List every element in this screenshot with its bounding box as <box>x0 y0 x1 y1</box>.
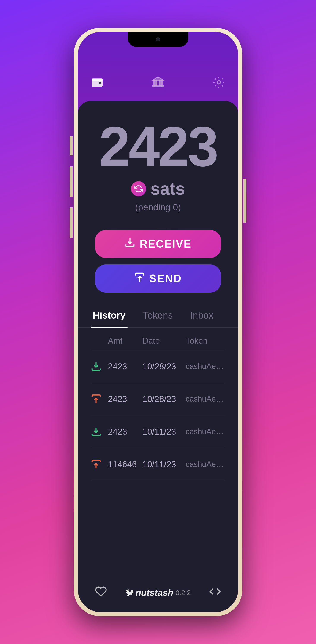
row-amount: 2423 <box>108 362 143 371</box>
row-token: cashuAeyJ0b <box>186 394 225 404</box>
svg-rect-5 <box>156 80 157 86</box>
bottom-footer: 🐿 nutstash 0.2.2 <box>78 573 238 612</box>
wallet-nav-button[interactable] <box>91 76 104 92</box>
pending-text: (pending 0) <box>135 202 181 212</box>
receive-button[interactable]: RECEIVE <box>95 230 221 258</box>
balance-amount: 2423 <box>99 118 217 174</box>
phone-screen: 2423 sats (pending 0) <box>78 32 238 612</box>
notch <box>128 32 188 47</box>
brand-icon: 🐿 <box>125 588 133 598</box>
row-amount: 2423 <box>108 427 143 436</box>
send-row-icon <box>91 459 108 470</box>
history-section: Amt Date Token 2423 10/28/23 <box>78 328 238 573</box>
row-token: cashuAeyJ0b <box>186 460 225 469</box>
main-card: 2423 sats (pending 0) <box>78 101 238 612</box>
heart-button[interactable] <box>95 586 107 600</box>
svg-marker-3 <box>153 77 163 80</box>
row-amount: 2423 <box>108 394 143 404</box>
app-container: 2423 sats (pending 0) <box>78 66 238 612</box>
tab-history[interactable]: History <box>91 304 128 327</box>
send-row-icon <box>91 394 108 404</box>
svg-rect-4 <box>154 80 155 86</box>
receive-label: RECEIVE <box>140 238 192 250</box>
receive-row-icon <box>91 361 108 372</box>
tabs-section: History Tokens Inbox <box>78 304 238 328</box>
svg-point-9 <box>217 81 221 84</box>
row-token: cashuAeyJ0b <box>186 427 225 436</box>
brand-version: 0.2.2 <box>175 589 191 597</box>
side-button-vol-up <box>69 166 73 196</box>
row-date: 10/28/23 <box>143 362 186 371</box>
receive-icon <box>125 237 135 251</box>
header-date: Date <box>143 336 186 346</box>
svg-rect-8 <box>153 86 163 87</box>
top-nav <box>78 66 238 101</box>
send-label: SEND <box>149 272 182 285</box>
row-date: 10/11/23 <box>143 460 186 469</box>
send-button[interactable]: SEND <box>95 264 221 292</box>
side-button-vol-down <box>69 208 73 238</box>
table-row[interactable]: 2423 10/28/23 cashuAeyJ0b <box>91 383 225 416</box>
tab-tokens[interactable]: Tokens <box>141 304 175 327</box>
svg-point-2 <box>99 82 101 84</box>
notch-camera <box>156 38 160 41</box>
send-icon <box>134 272 145 285</box>
side-button-power <box>243 179 247 222</box>
brand-logo: 🐿 nutstash 0.2.2 <box>125 588 191 598</box>
settings-nav-button[interactable] <box>212 76 225 92</box>
action-buttons: RECEIVE SEND <box>78 221 238 304</box>
notch-area <box>78 32 238 66</box>
header-token: Token <box>186 336 225 346</box>
balance-section: 2423 sats (pending 0) <box>78 101 238 221</box>
header-amt: Amt <box>108 336 143 346</box>
table-header: Amt Date Token <box>91 328 225 350</box>
table-row[interactable]: 114646 10/11/23 cashuAeyJ0b <box>91 448 225 481</box>
row-token: cashuAeyJ0b <box>186 362 225 371</box>
table-row[interactable]: 2423 10/28/23 cashuAeyJ0b <box>91 350 225 383</box>
header-icon-col <box>91 336 108 346</box>
side-button-mute <box>69 136 73 156</box>
balance-unit-row: sats <box>131 179 185 199</box>
phone-frame: 2423 sats (pending 0) <box>74 28 242 616</box>
row-amount: 114646 <box>108 460 143 469</box>
table-row[interactable]: 2423 10/11/23 cashuAeyJ0b <box>91 416 225 448</box>
tab-inbox[interactable]: Inbox <box>188 304 216 327</box>
receive-row-icon <box>91 426 108 437</box>
brand-name: nutstash <box>136 588 173 598</box>
svg-rect-1 <box>92 79 103 82</box>
svg-rect-6 <box>159 80 160 86</box>
balance-unit: sats <box>151 179 185 199</box>
row-date: 10/28/23 <box>143 394 186 404</box>
refresh-button[interactable] <box>131 181 146 196</box>
row-date: 10/11/23 <box>143 427 186 436</box>
svg-rect-7 <box>161 80 162 86</box>
code-button[interactable] <box>209 586 221 600</box>
bank-nav-button[interactable] <box>152 76 164 92</box>
